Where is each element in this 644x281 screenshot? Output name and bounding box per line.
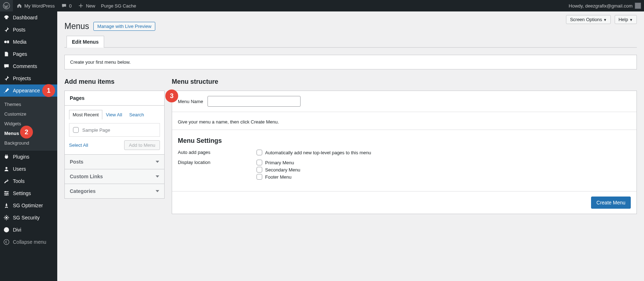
home-icon [16, 2, 23, 9]
page-icon [3, 50, 10, 58]
add-to-menu-button[interactable]: Add to Menu [124, 140, 160, 150]
nav-label: Appearance [13, 88, 40, 93]
loc-primary[interactable]: Primary Menu [257, 160, 300, 165]
sub-customize[interactable]: Customize [0, 109, 57, 119]
wordpress-icon [3, 2, 10, 9]
accordion-custom-links-head[interactable]: Custom Links [65, 169, 164, 184]
nav-users[interactable]: Users [0, 163, 57, 175]
nav-projects[interactable]: Projects [0, 72, 57, 84]
live-preview-button[interactable]: Manage with Live Preview [93, 22, 155, 31]
page-heading: Menus Manage with Live Preview [64, 21, 564, 31]
nav-label: Dashboard [13, 15, 38, 20]
menu-edit-frame: Menu Name Give your menu a name, then cl… [172, 91, 637, 214]
nav-label: SG Security [13, 215, 40, 221]
screen-options-toggle[interactable]: Screen Options ▼ [566, 15, 611, 24]
divi-icon [3, 226, 10, 228]
display-location-row: Display location Primary Menu Secondary … [178, 160, 631, 181]
comments-icon [3, 63, 10, 70]
site-link[interactable]: My WordPress [13, 0, 58, 11]
sub-menus-label: Menus [4, 131, 19, 136]
nav-label: Tools [13, 178, 25, 184]
chevron-down-icon: ▼ [603, 18, 607, 22]
tab-search[interactable]: Search [126, 110, 147, 120]
auto-add-checkbox[interactable] [257, 150, 262, 155]
nav-label: Media [13, 39, 26, 45]
nav-plugins[interactable]: Plugins [0, 151, 57, 163]
page-title: Menus [64, 21, 89, 31]
loc-secondary-checkbox[interactable] [257, 167, 262, 173]
nav-posts[interactable]: Posts [0, 24, 57, 36]
chevron-down-icon [156, 190, 159, 192]
tab-view-all[interactable]: View All [102, 110, 126, 120]
svg-point-3 [5, 191, 6, 193]
sub-themes[interactable]: Themes [0, 100, 57, 109]
wp-logo[interactable] [0, 0, 13, 11]
nav-dashboard[interactable]: Dashboard [0, 11, 57, 24]
page-item-checkbox[interactable] [73, 127, 79, 133]
display-location-label: Display location [178, 160, 249, 181]
loc-secondary[interactable]: Secondary Menu [257, 167, 300, 173]
nav-sg-optimizer[interactable]: SG Optimizer [0, 199, 57, 212]
nav-label: SG Optimizer [13, 203, 43, 208]
comments-link[interactable]: 0 [58, 0, 74, 11]
accordion-posts-head[interactable]: Posts [65, 154, 164, 169]
annotation-bubble-1: 1 [42, 84, 55, 97]
loc-footer[interactable]: Footer Menu [257, 174, 300, 180]
loc-primary-checkbox[interactable] [257, 160, 262, 165]
add-menu-items-column: Add menu items Pages Most Recent View Al… [64, 78, 165, 199]
rocket-icon [3, 202, 10, 209]
nav-appearance[interactable]: Appearance 1 [0, 84, 57, 97]
new-link[interactable]: New [74, 0, 98, 11]
comment-count: 0 [69, 3, 72, 9]
select-all-link[interactable]: Select All [69, 142, 88, 148]
annotation-bubble-3: 3 [165, 89, 178, 102]
pin-icon [3, 26, 10, 33]
accordion: Pages Most Recent View All Search Sample… [64, 91, 165, 199]
acc-custom-label: Custom Links [70, 174, 103, 179]
nav-label: Pages [13, 51, 27, 57]
sub-background[interactable]: Background [0, 138, 57, 148]
account-link[interactable]: Howdy, deezgrafix@gmail.com [566, 0, 644, 11]
nav-media[interactable]: Media [0, 36, 57, 48]
create-menu-button[interactable]: Create Menu [591, 197, 631, 209]
wrench-icon [3, 178, 10, 185]
svg-point-4 [7, 193, 8, 194]
nav-tools[interactable]: Tools [0, 175, 57, 187]
nav-label: Users [13, 166, 26, 172]
nav-divi[interactable]: Divi [0, 224, 57, 228]
media-icon [3, 38, 10, 45]
sliders-icon [3, 190, 10, 197]
nav-label: Plugins [13, 154, 29, 160]
add-items-heading: Add menu items [64, 78, 165, 86]
svg-point-7 [4, 227, 9, 228]
chevron-down-icon: ▼ [629, 18, 633, 22]
plug-icon [3, 153, 10, 160]
nav-pages[interactable]: Pages [0, 48, 57, 60]
nav-settings[interactable]: Settings [0, 187, 57, 199]
acc-cats-label: Categories [70, 188, 96, 194]
menu-name-input[interactable] [208, 96, 301, 107]
menu-structure-column: 3 Menu structure Menu Name Give your men… [172, 78, 637, 214]
sub-menus[interactable]: Menus 2 [0, 129, 57, 138]
nav-sg-security[interactable]: SG Security [0, 212, 57, 224]
new-label: New [86, 3, 95, 9]
pages-tabs: Most Recent View All Search [69, 110, 160, 120]
help-toggle[interactable]: Help ▼ [615, 15, 637, 24]
purge-label: Purge SG Cache [101, 3, 136, 9]
accordion-pages-head[interactable]: Pages [65, 91, 164, 105]
loc-footer-checkbox[interactable] [257, 174, 262, 180]
nav-comments[interactable]: Comments [0, 60, 57, 72]
purge-link[interactable]: Purge SG Cache [98, 0, 139, 11]
menu-name-label: Menu Name [178, 99, 203, 104]
accordion-categories-head[interactable]: Categories [65, 184, 164, 198]
auto-add-option[interactable]: Automatically add new top-level pages to… [257, 150, 371, 155]
loc-secondary-text: Secondary Menu [265, 167, 300, 173]
tab-edit-menus[interactable]: Edit Menus [67, 36, 104, 48]
tab-most-recent[interactable]: Most Recent [69, 110, 102, 120]
chevron-down-icon [156, 161, 159, 163]
avatar-icon [635, 3, 641, 9]
acc-pages-label: Pages [70, 95, 84, 101]
accordion-pages-body: Most Recent View All Search Sample Page … [65, 105, 164, 154]
dashboard-icon [3, 14, 10, 21]
screen-meta-links: Screen Options ▼ Help ▼ [564, 15, 637, 24]
